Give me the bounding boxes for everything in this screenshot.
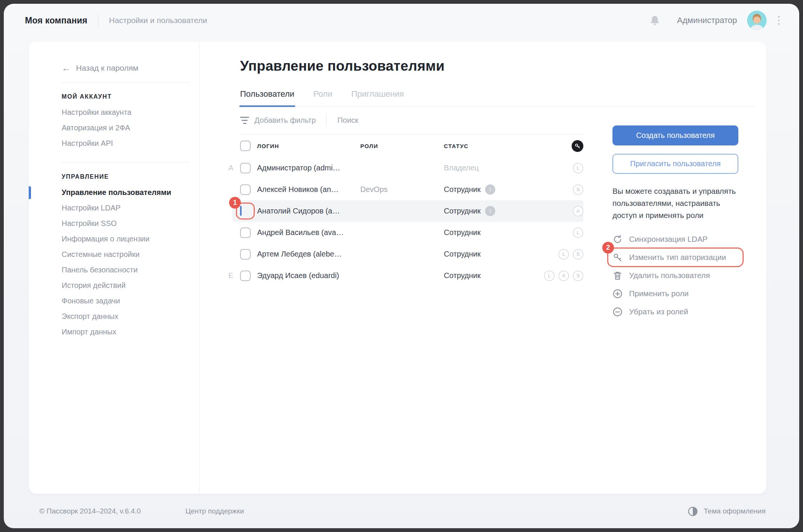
action-label: Удалить пользователя [629, 271, 710, 280]
select-all-checkbox[interactable] [240, 141, 251, 151]
apply-roles-action[interactable]: Применить роли [612, 285, 738, 303]
sidebar-divider [62, 82, 189, 83]
tab-invitations[interactable]: Приглашения [351, 89, 404, 106]
auth-type-column-icon [572, 140, 583, 152]
sidebar-section-management: УПРАВЛЕНИЕ [62, 173, 189, 180]
user-status: Владелец [444, 164, 539, 172]
tab-roles[interactable]: Роли [313, 89, 333, 106]
sidebar-item-sso-settings[interactable]: Настройки SSO [62, 216, 189, 231]
auth-type-icon: A [573, 206, 583, 217]
remove-from-roles-action[interactable]: Убрать из ролей [612, 303, 738, 321]
user-status: Сотрудник [444, 250, 539, 258]
column-login: ЛОГИН [257, 143, 360, 149]
sidebar-item-data-import[interactable]: Импорт данных [62, 324, 189, 340]
filter-row: Добавить фильтр [240, 107, 583, 135]
plus-circle-icon [612, 289, 623, 299]
app-screen: Моя компания Настройки и пользователи Ад… [4, 4, 799, 528]
app-window: Моя компания Настройки и пользователи Ад… [0, 0, 803, 532]
row-checkbox-checked[interactable] [240, 206, 242, 216]
theme-toggle[interactable]: Тема оформления [688, 506, 766, 517]
table-row[interactable]: Артем Лебедев (alebe… Сотрудник L S [240, 243, 583, 265]
user-login: Артем Лебедев (alebe… [257, 250, 360, 258]
change-auth-type-action[interactable]: Изменить тип авторизации 2 [612, 248, 738, 266]
key-icon [612, 252, 623, 263]
support-center-link[interactable]: Центр поддержки [185, 507, 244, 515]
auth-type-icon: L [544, 271, 555, 281]
user-login: Андрей Васильев (ava… [257, 228, 360, 237]
group-letter: E [228, 271, 233, 280]
row-checkbox[interactable] [240, 249, 251, 260]
sidebar-section-my-account: МОЙ АККАУНТ [62, 93, 189, 100]
row-checkbox[interactable] [240, 184, 251, 195]
sidebar-item-action-history[interactable]: История действий [62, 278, 189, 293]
page-footer: © Пассворк 2014–2024, v.6.4.0 Центр подд… [29, 494, 766, 528]
minus-circle-icon [612, 307, 623, 317]
action-label: Убрать из ролей [629, 307, 688, 316]
sidebar-item-account-settings[interactable]: Настройки аккаунта [62, 105, 189, 120]
back-to-passwords-link[interactable]: ← Назад к паролям [62, 63, 189, 73]
header-menu-icon[interactable] [776, 14, 782, 27]
table-row-selected[interactable]: 1 Анатолий Сидоров (а… Сотрудник ↑ A [232, 200, 583, 222]
auth-type-icon: L [558, 249, 569, 260]
header-divider [98, 14, 98, 27]
sidebar-item-auth-2fa[interactable]: Авторизация и 2ФА [62, 120, 189, 136]
status-label: Сотрудник [444, 185, 481, 194]
sidebar-item-label: Управление пользователями [62, 188, 171, 196]
trash-icon [612, 271, 623, 281]
sidebar-item-user-management[interactable]: Управление пользователями [62, 185, 189, 200]
delete-user-action[interactable]: Удалить пользователя [612, 266, 738, 285]
user-status: Сотрудник [444, 271, 539, 280]
tab-users[interactable]: Пользователи [240, 89, 295, 106]
sidebar-item-security-panel[interactable]: Панель безопасности [62, 262, 189, 278]
table-row[interactable]: Алексей Новиков (an… DevOps Сотрудник ↑ … [240, 179, 583, 200]
user-status: Сотрудник ↑ [444, 184, 539, 195]
sidebar-item-api-settings[interactable]: Настройки API [62, 136, 189, 151]
create-user-button[interactable]: Создать пользователя [612, 125, 738, 145]
sidebar-item-system-settings[interactable]: Системные настройки [62, 247, 189, 262]
breadcrumb: Настройки и пользователи [109, 16, 207, 25]
sidebar-item-background-tasks[interactable]: Фоновые задачи [62, 293, 189, 309]
auth-type-icon: S [573, 184, 583, 195]
group-letter: А [228, 164, 233, 172]
user-login: Администратор (admi… [257, 164, 360, 172]
add-filter-button[interactable]: Добавить фильтр [240, 116, 316, 125]
search-input[interactable] [337, 116, 451, 125]
active-item-indicator [29, 186, 31, 199]
filter-icon [240, 117, 249, 124]
actions-panel: Создать пользователя Пригласить пользова… [612, 107, 738, 321]
user-login: Анатолий Сидоров (а… [257, 207, 360, 215]
sync-icon [612, 234, 623, 244]
promote-arrow-icon[interactable]: ↑ [485, 184, 495, 195]
action-label: Применить роли [629, 289, 688, 298]
notifications-bell-icon[interactable] [649, 14, 660, 26]
row-checkbox[interactable] [240, 163, 251, 173]
table-row[interactable]: E Эдуард Исаев (eduardi) Сотрудник L A S [240, 265, 583, 286]
add-filter-label: Добавить фильтр [254, 116, 316, 125]
column-status: СТАТУС [444, 143, 539, 149]
row-checkbox[interactable] [240, 271, 251, 281]
filter-divider [326, 115, 327, 126]
auth-type-icon: S [573, 271, 583, 281]
user-login: Эдуард Исаев (eduardi) [257, 271, 360, 280]
annotation-badge-1: 1 [229, 197, 241, 209]
theme-label: Тема оформления [704, 507, 766, 515]
sidebar-item-ldap-settings[interactable]: Настройки LDAP [62, 200, 189, 216]
auth-type-icon: L [573, 163, 583, 173]
tab-bar: Пользователи Роли Приглашения [240, 89, 755, 107]
auth-type-icon: L [573, 227, 583, 238]
sidebar-divider [62, 162, 189, 163]
user-avatar[interactable] [747, 11, 767, 30]
user-login: Алексей Новиков (an… [257, 185, 360, 194]
invite-user-button[interactable]: Пригласить пользователя [612, 154, 738, 174]
action-label: Изменить тип авторизации [629, 253, 726, 262]
auth-type-icon: A [558, 271, 569, 281]
sidebar-item-license-info[interactable]: Информация о лицензии [62, 231, 189, 247]
annotated-checkbox-wrap: 1 [240, 207, 251, 215]
sync-ldap-action[interactable]: Синхронизация LDAP [612, 230, 738, 248]
settings-sidebar: ← Назад к паролям МОЙ АККАУНТ Настройки … [29, 42, 200, 494]
sidebar-item-data-export[interactable]: Экспорт данных [62, 309, 189, 324]
row-checkbox[interactable] [240, 227, 251, 238]
table-row[interactable]: Андрей Васильев (ava… Сотрудник L [240, 222, 583, 243]
promote-arrow-icon[interactable]: ↑ [485, 206, 495, 216]
table-row[interactable]: А Администратор (admi… Владелец L [240, 157, 583, 179]
